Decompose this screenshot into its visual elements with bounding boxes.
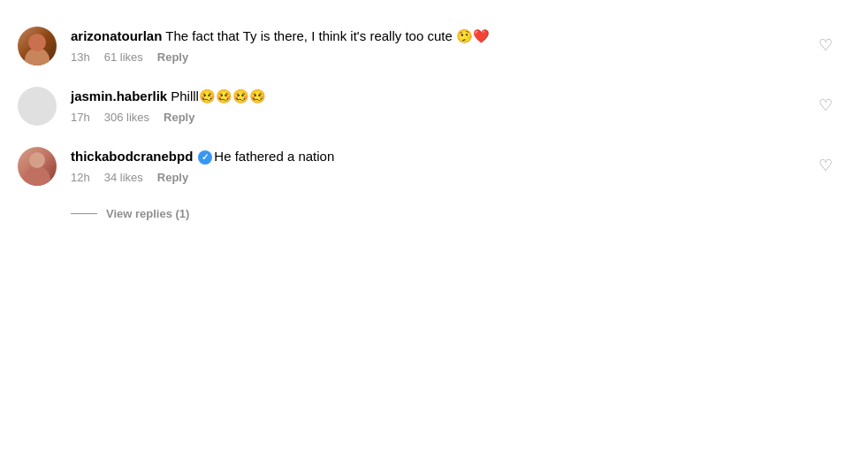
comment-item: thickabodcranebpdHe fathered a nation 12… [18, 147, 850, 186]
comment-time: 17h [71, 111, 90, 124]
comment-likes: 61 likes [104, 50, 143, 64]
avatar [18, 87, 57, 126]
reply-button[interactable]: Reply [164, 111, 194, 124]
like-icon[interactable]: ♡ [819, 96, 833, 115]
comment-username: thickabodcranebpd [71, 149, 193, 164]
view-replies-line [71, 213, 97, 215]
comment-time: 12h [71, 171, 90, 184]
comment-text: thickabodcranebpdHe fathered a nation [71, 147, 850, 165]
like-icon[interactable]: ♡ [819, 156, 833, 175]
comment-meta: 13h 61 likes Reply [71, 50, 850, 64]
comment-item: arizonatourlanThe fact that Ty is there,… [18, 27, 850, 65]
comment-body: arizonatourlanThe fact that Ty is there,… [71, 27, 850, 64]
comments-list: arizonatourlanThe fact that Ty is there,… [0, 18, 868, 236]
comment-content: He fathered a nation [214, 149, 334, 164]
comment-text: jasmin.haberlikPhilll🥴🥴🥴🥴 [71, 87, 850, 105]
view-replies-label[interactable]: View replies (1) [106, 207, 189, 220]
verified-badge-icon [198, 150, 212, 165]
comment-body: thickabodcranebpdHe fathered a nation 12… [71, 147, 850, 184]
avatar [18, 27, 57, 65]
comment-meta: 12h 34 likes Reply [71, 171, 850, 184]
comment-content: Philll🥴🥴🥴🥴 [171, 88, 266, 104]
avatar [18, 147, 57, 186]
comment-likes: 34 likes [104, 171, 143, 184]
reply-button[interactable]: Reply [157, 50, 188, 64]
comment-meta: 17h 306 likes Reply [71, 111, 850, 124]
comment-time: 13h [71, 50, 90, 64]
comment-text: arizonatourlanThe fact that Ty is there,… [71, 27, 850, 45]
view-replies-button[interactable]: View replies (1) [71, 207, 850, 220]
like-icon[interactable]: ♡ [819, 35, 833, 55]
comment-username: jasmin.haberlik [71, 88, 167, 104]
reply-button[interactable]: Reply [157, 171, 188, 184]
comment-content: The fact that Ty is there, I think it's … [165, 28, 490, 43]
comment-likes: 306 likes [104, 111, 149, 124]
comment-body: jasmin.haberlikPhilll🥴🥴🥴🥴 17h 306 likes … [71, 87, 850, 124]
comment-item: jasmin.haberlikPhilll🥴🥴🥴🥴 17h 306 likes … [18, 87, 850, 126]
comment-username: arizonatourlan [71, 28, 162, 43]
